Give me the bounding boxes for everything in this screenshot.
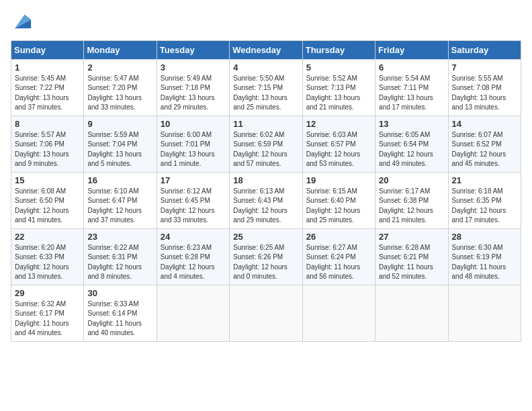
- day-info: Sunrise: 6:20 AMSunset: 6:33 PMDaylight:…: [15, 243, 80, 282]
- page-header: [11, 11, 521, 34]
- calendar-cell: 6 Sunrise: 5:54 AMSunset: 7:11 PMDayligh…: [375, 59, 448, 116]
- calendar-week-row: 22 Sunrise: 6:20 AMSunset: 6:33 PMDaylig…: [11, 228, 521, 285]
- calendar-cell: 14 Sunrise: 6:07 AMSunset: 6:52 PMDaylig…: [448, 116, 521, 172]
- day-info: Sunrise: 6:17 AMSunset: 6:38 PMDaylight:…: [379, 187, 444, 226]
- day-number: 11: [233, 119, 298, 129]
- calendar-cell: 27 Sunrise: 6:28 AMSunset: 6:21 PMDaylig…: [375, 228, 448, 285]
- calendar-cell: 23 Sunrise: 6:22 AMSunset: 6:31 PMDaylig…: [84, 228, 157, 285]
- day-info: Sunrise: 5:47 AMSunset: 7:20 PMDaylight:…: [87, 74, 152, 113]
- day-number: 30: [87, 288, 152, 298]
- day-info: Sunrise: 6:10 AMSunset: 6:47 PMDaylight:…: [87, 187, 152, 226]
- calendar-week-row: 8 Sunrise: 5:57 AMSunset: 7:06 PMDayligh…: [11, 116, 521, 172]
- calendar-cell: 22 Sunrise: 6:20 AMSunset: 6:33 PMDaylig…: [11, 228, 84, 285]
- day-number: 16: [87, 175, 152, 185]
- day-number: 6: [379, 62, 444, 73]
- calendar-cell: 1 Sunrise: 5:45 AMSunset: 7:22 PMDayligh…: [11, 59, 84, 116]
- day-number: 17: [161, 175, 226, 185]
- calendar-cell: 3 Sunrise: 5:49 AMSunset: 7:18 PMDayligh…: [157, 59, 229, 116]
- calendar-cell: [375, 285, 448, 341]
- calendar-cell: 15 Sunrise: 6:08 AMSunset: 6:50 PMDaylig…: [11, 172, 84, 228]
- calendar-cell: 17 Sunrise: 6:12 AMSunset: 6:45 PMDaylig…: [157, 172, 229, 228]
- day-number: 9: [87, 119, 152, 129]
- calendar-cell: 5 Sunrise: 5:52 AMSunset: 7:13 PMDayligh…: [302, 59, 375, 116]
- day-number: 2: [87, 62, 152, 73]
- day-number: 13: [379, 119, 444, 129]
- calendar-cell: 11 Sunrise: 6:02 AMSunset: 6:59 PMDaylig…: [230, 116, 302, 172]
- day-info: Sunrise: 5:54 AMSunset: 7:11 PMDaylight:…: [379, 74, 444, 113]
- calendar-cell: 29 Sunrise: 6:32 AMSunset: 6:17 PMDaylig…: [11, 285, 84, 341]
- calendar-week-row: 29 Sunrise: 6:32 AMSunset: 6:17 PMDaylig…: [11, 285, 521, 341]
- calendar-cell: 21 Sunrise: 6:18 AMSunset: 6:35 PMDaylig…: [448, 172, 521, 228]
- calendar-cell: [302, 285, 375, 341]
- calendar-cell: 2 Sunrise: 5:47 AMSunset: 7:20 PMDayligh…: [84, 59, 157, 116]
- day-number: 26: [306, 232, 371, 242]
- weekday-header-thursday: Thursday: [302, 40, 375, 59]
- calendar-header-row: SundayMondayTuesdayWednesdayThursdayFrid…: [11, 40, 521, 59]
- weekday-header-sunday: Sunday: [11, 40, 84, 59]
- day-info: Sunrise: 6:15 AMSunset: 6:40 PMDaylight:…: [306, 187, 371, 226]
- day-info: Sunrise: 6:33 AMSunset: 6:14 PMDaylight:…: [87, 300, 152, 338]
- day-number: 8: [15, 119, 80, 129]
- logo-icon: [13, 11, 32, 30]
- day-info: Sunrise: 5:59 AMSunset: 7:04 PMDaylight:…: [87, 130, 152, 169]
- day-info: Sunrise: 5:52 AMSunset: 7:13 PMDaylight:…: [306, 74, 371, 113]
- day-info: Sunrise: 6:07 AMSunset: 6:52 PMDaylight:…: [452, 130, 517, 169]
- weekday-header-tuesday: Tuesday: [157, 40, 229, 59]
- day-info: Sunrise: 5:45 AMSunset: 7:22 PMDaylight:…: [15, 74, 80, 113]
- day-number: 15: [15, 175, 80, 185]
- day-info: Sunrise: 5:55 AMSunset: 7:08 PMDaylight:…: [452, 74, 517, 113]
- calendar-body: 1 Sunrise: 5:45 AMSunset: 7:22 PMDayligh…: [11, 59, 521, 341]
- calendar-week-row: 15 Sunrise: 6:08 AMSunset: 6:50 PMDaylig…: [11, 172, 521, 228]
- calendar-cell: [230, 285, 302, 341]
- calendar-cell: [448, 285, 521, 341]
- day-info: Sunrise: 6:08 AMSunset: 6:50 PMDaylight:…: [15, 187, 80, 226]
- calendar-cell: 18 Sunrise: 6:13 AMSunset: 6:43 PMDaylig…: [230, 172, 302, 228]
- calendar-week-row: 1 Sunrise: 5:45 AMSunset: 7:22 PMDayligh…: [11, 59, 521, 116]
- day-number: 7: [452, 62, 517, 73]
- day-number: 22: [15, 232, 80, 242]
- day-info: Sunrise: 5:50 AMSunset: 7:15 PMDaylight:…: [233, 74, 298, 113]
- calendar-cell: 25 Sunrise: 6:25 AMSunset: 6:26 PMDaylig…: [230, 228, 302, 285]
- calendar-cell: 12 Sunrise: 6:03 AMSunset: 6:57 PMDaylig…: [302, 116, 375, 172]
- day-number: 19: [306, 175, 371, 185]
- calendar-cell: 19 Sunrise: 6:15 AMSunset: 6:40 PMDaylig…: [302, 172, 375, 228]
- calendar-cell: 20 Sunrise: 6:17 AMSunset: 6:38 PMDaylig…: [375, 172, 448, 228]
- weekday-header-monday: Monday: [84, 40, 157, 59]
- calendar-cell: 24 Sunrise: 6:23 AMSunset: 6:28 PMDaylig…: [157, 228, 229, 285]
- day-info: Sunrise: 5:49 AMSunset: 7:18 PMDaylight:…: [161, 74, 226, 113]
- calendar-cell: 7 Sunrise: 5:55 AMSunset: 7:08 PMDayligh…: [448, 59, 521, 116]
- day-number: 1: [15, 62, 80, 73]
- calendar-cell: 13 Sunrise: 6:05 AMSunset: 6:54 PMDaylig…: [375, 116, 448, 172]
- day-number: 10: [161, 119, 226, 129]
- calendar-cell: 26 Sunrise: 6:27 AMSunset: 6:24 PMDaylig…: [302, 228, 375, 285]
- day-info: Sunrise: 6:00 AMSunset: 7:01 PMDaylight:…: [161, 130, 226, 169]
- day-info: Sunrise: 6:18 AMSunset: 6:35 PMDaylight:…: [452, 187, 517, 226]
- day-number: 27: [379, 232, 444, 242]
- weekday-header-friday: Friday: [375, 40, 448, 59]
- day-info: Sunrise: 6:03 AMSunset: 6:57 PMDaylight:…: [306, 130, 371, 169]
- calendar-cell: 30 Sunrise: 6:33 AMSunset: 6:14 PMDaylig…: [84, 285, 157, 341]
- day-info: Sunrise: 6:02 AMSunset: 6:59 PMDaylight:…: [233, 130, 298, 169]
- day-info: Sunrise: 6:25 AMSunset: 6:26 PMDaylight:…: [233, 243, 298, 282]
- day-info: Sunrise: 6:12 AMSunset: 6:45 PMDaylight:…: [161, 187, 226, 226]
- day-number: 29: [15, 288, 80, 298]
- day-info: Sunrise: 6:32 AMSunset: 6:17 PMDaylight:…: [15, 300, 80, 338]
- calendar-cell: [157, 285, 229, 341]
- day-number: 20: [379, 175, 444, 185]
- calendar-cell: 10 Sunrise: 6:00 AMSunset: 7:01 PMDaylig…: [157, 116, 229, 172]
- day-info: Sunrise: 6:27 AMSunset: 6:24 PMDaylight:…: [306, 243, 371, 282]
- calendar-cell: 9 Sunrise: 5:59 AMSunset: 7:04 PMDayligh…: [84, 116, 157, 172]
- day-info: Sunrise: 6:05 AMSunset: 6:54 PMDaylight:…: [379, 130, 444, 169]
- day-number: 4: [233, 62, 298, 73]
- day-info: Sunrise: 6:30 AMSunset: 6:19 PMDaylight:…: [452, 243, 517, 282]
- weekday-header-saturday: Saturday: [448, 40, 521, 59]
- logo: [11, 11, 32, 34]
- day-number: 12: [306, 119, 371, 129]
- day-number: 18: [233, 175, 298, 185]
- day-number: 5: [306, 62, 371, 73]
- day-number: 25: [233, 232, 298, 242]
- day-number: 14: [452, 119, 517, 129]
- day-info: Sunrise: 5:57 AMSunset: 7:06 PMDaylight:…: [15, 130, 80, 169]
- day-number: 23: [87, 232, 152, 242]
- day-info: Sunrise: 6:23 AMSunset: 6:28 PMDaylight:…: [161, 243, 226, 282]
